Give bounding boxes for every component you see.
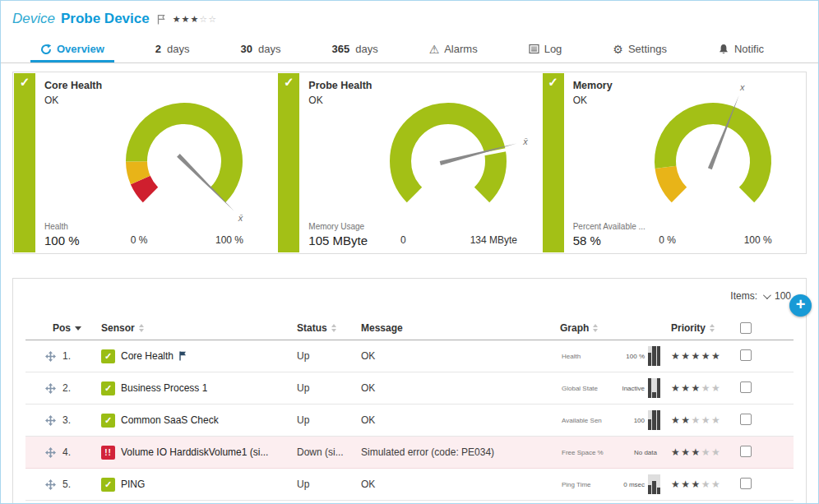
sensor-name-link[interactable]: PING — [121, 479, 145, 490]
sensor-name-link[interactable]: Common SaaS Check — [121, 414, 219, 426]
priority-star[interactable]: ★ — [692, 479, 701, 490]
priority-star[interactable]: ★ — [711, 446, 721, 458]
row-checkbox[interactable] — [740, 414, 752, 425]
row-position: 2. — [62, 382, 71, 394]
priority-star[interactable]: ★ — [671, 446, 681, 458]
device-rating[interactable]: ★★★☆☆ — [173, 14, 217, 25]
column-header-sensor[interactable]: Sensor — [101, 322, 297, 334]
priority-star[interactable]: ★ — [701, 382, 711, 394]
sensor-state-icon: ✓ — [101, 381, 115, 395]
rating-star[interactable]: ★ — [190, 14, 199, 24]
chevron-down-icon — [763, 291, 771, 299]
rating-star[interactable]: ☆ — [208, 14, 217, 24]
sensor-state-icon: ✓ — [101, 349, 115, 363]
graph-cell: Free Space % No data — [560, 442, 671, 463]
page-title[interactable]: Probe Device — [61, 11, 150, 27]
column-header-status[interactable]: Status — [297, 322, 361, 334]
move-handle-icon[interactable] — [45, 479, 56, 490]
add-button[interactable]: + — [789, 294, 812, 317]
priority-star[interactable]: ★ — [671, 479, 681, 490]
row-checkbox[interactable] — [740, 349, 752, 361]
priority-stars[interactable]: ★★★★★ — [671, 446, 740, 458]
mini-graph[interactable]: Global State Inactive — [560, 377, 662, 399]
priority-star[interactable]: ★ — [681, 479, 691, 490]
tab-label: Log — [544, 43, 562, 55]
mini-graph[interactable]: Available Sen 100 — [560, 409, 662, 431]
priority-star[interactable]: ★ — [671, 414, 681, 426]
priority-star[interactable]: ★ — [681, 414, 691, 426]
column-header-graph[interactable]: Graph — [560, 322, 671, 334]
priority-star[interactable]: ★ — [692, 414, 701, 426]
column-header-message[interactable]: Message — [361, 322, 560, 334]
gear-icon: ⚙ — [613, 44, 623, 55]
sensor-status-bar — [278, 73, 299, 252]
gauge-max-label: 134 MByte — [470, 234, 517, 246]
mini-graph-bars — [648, 346, 660, 366]
tab-365-days[interactable]: 365 days — [322, 43, 387, 62]
sensor-table-body: 1. ✓ Core Health Up OK Health 100 % ★★★★… — [25, 340, 794, 501]
mini-graph[interactable]: Health 100 % — [560, 345, 662, 367]
column-label: Message — [361, 322, 403, 334]
select-all-checkbox[interactable] — [740, 322, 752, 334]
priority-star[interactable]: ★ — [692, 446, 701, 458]
gauge-max-label: 100 % — [744, 234, 772, 246]
tab-30-days[interactable]: 30 days — [231, 43, 291, 62]
priority-star[interactable]: ★ — [681, 382, 691, 394]
row-checkbox[interactable] — [740, 381, 752, 393]
priority-stars[interactable]: ★★★★★ — [671, 382, 740, 394]
table-row: 5. ✓ PING Up OK Ping Time 0 msec ★★★★★ — [25, 469, 794, 501]
priority-star[interactable]: ★ — [701, 350, 711, 362]
rating-star[interactable]: ★ — [182, 14, 191, 24]
mini-graph-label: Global State — [562, 385, 598, 392]
priority-star[interactable]: ★ — [692, 382, 701, 394]
priority-star[interactable]: ★ — [711, 382, 721, 394]
move-handle-icon[interactable] — [45, 447, 56, 458]
priority-star[interactable]: ★ — [671, 350, 681, 362]
rating-star[interactable]: ★ — [173, 14, 182, 24]
tab-alarms[interactable]: ⚠ Alarms — [419, 43, 488, 62]
move-handle-icon[interactable] — [45, 383, 56, 394]
rating-star[interactable]: ☆ — [199, 14, 208, 24]
priority-star[interactable]: ★ — [711, 350, 721, 362]
priority-star[interactable]: ★ — [671, 382, 681, 394]
mini-graph-value: Inactive — [622, 385, 645, 392]
gauge-title[interactable]: Memory — [573, 80, 613, 91]
move-handle-icon[interactable] — [45, 351, 56, 362]
bell-icon — [718, 44, 729, 55]
column-header-pos[interactable]: Pos — [25, 322, 101, 334]
priority-star[interactable]: ★ — [711, 479, 721, 490]
priority-star[interactable]: ★ — [681, 350, 691, 362]
sensor-state-icon: ✓ — [101, 414, 115, 428]
tab-notifications[interactable]: Notific — [708, 43, 774, 62]
row-checkbox[interactable] — [740, 446, 752, 457]
tab-log[interactable]: Log — [519, 43, 572, 62]
tab-settings[interactable]: ⚙ Settings — [603, 43, 677, 62]
sensor-state-icon: ✓ — [101, 478, 115, 492]
items-per-page-dropdown[interactable]: Items: 100 — [730, 290, 791, 302]
priority-stars[interactable]: ★★★★★ — [671, 350, 740, 362]
gauge-status: OK — [308, 95, 322, 106]
priority-star[interactable]: ★ — [692, 350, 701, 362]
priority-star[interactable]: ★ — [701, 446, 711, 458]
column-header-priority[interactable]: Priority — [671, 322, 740, 334]
priority-star[interactable]: ★ — [701, 414, 711, 426]
priority-star[interactable]: ★ — [701, 479, 711, 490]
breadcrumb: Device Probe Device ★★★☆☆ — [1, 1, 818, 30]
table-row: 1. ✓ Core Health Up OK Health 100 % ★★★★… — [25, 340, 794, 372]
mini-graph-bars — [648, 410, 660, 430]
priority-stars[interactable]: ★★★★★ — [671, 479, 740, 490]
move-handle-icon[interactable] — [45, 415, 56, 426]
sensor-name-link[interactable]: Business Process 1 — [121, 382, 207, 394]
tab-overview[interactable]: Overview — [30, 43, 114, 62]
mini-graph[interactable]: Ping Time 0 msec — [560, 474, 662, 495]
sensor-name-link[interactable]: Core Health — [121, 350, 174, 362]
priority-star[interactable]: ★ — [711, 414, 721, 426]
tab-2-days[interactable]: 2 days — [146, 43, 200, 62]
flag-outline-icon[interactable] — [157, 14, 165, 25]
gauge-min-label: 0 % — [659, 234, 676, 246]
priority-stars[interactable]: ★★★★★ — [671, 414, 740, 426]
sensor-name-link[interactable]: Volume IO HarddiskVolume1 (si... — [121, 446, 268, 458]
priority-star[interactable]: ★ — [681, 446, 691, 458]
row-checkbox[interactable] — [740, 478, 752, 489]
mini-graph[interactable]: Free Space % No data — [560, 442, 662, 463]
